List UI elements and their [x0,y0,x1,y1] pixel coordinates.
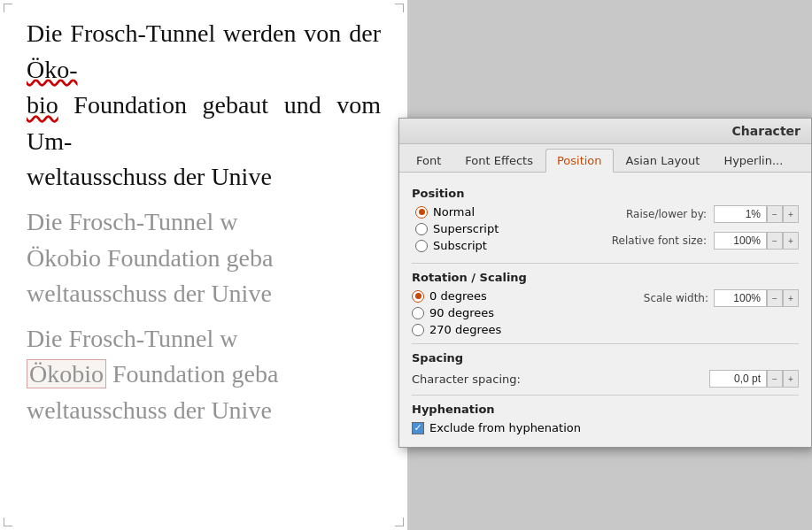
tab-font-effects[interactable]: Font Effects [453,149,545,173]
relative-font-row: Relative font size: − + [612,232,799,250]
relative-font-decrement[interactable]: − [767,232,783,250]
position-subscript-label: Subscript [433,239,487,252]
rotation-90-row[interactable]: 90 degrees [412,306,501,319]
raise-lower-decrement[interactable]: − [767,205,783,223]
rotation-270-label: 270 degrees [429,323,501,336]
tab-bar: Font Font Effects Position Asian Layout … [399,144,811,173]
scale-width-input[interactable] [714,289,767,307]
spacing-row: Character spacing: − + [412,370,799,388]
corner-mark-tl [4,4,12,12]
text-normal-1: Die Frosch-Tunnel werden von der [27,19,381,47]
exclude-hyphenation-label: Exclude from hyphenation [429,421,581,434]
relative-font-input[interactable] [714,232,767,250]
divider-1 [412,263,799,264]
raise-lower-increment[interactable]: + [783,205,799,223]
tab-asian-layout[interactable]: Asian Layout [615,149,712,173]
position-normal-label: Normal [433,205,475,219]
rotation-270-radio[interactable] [412,324,424,336]
divider-2 [412,343,799,344]
paragraph-2: Die Frosch-Tunnel w Ökobio Foundation ge… [27,204,381,312]
divider-3 [412,395,799,396]
position-section-title: Position [412,187,799,200]
relative-font-spinner: − + [714,232,799,250]
tab-hyperlink[interactable]: Hyperlin... [712,149,794,173]
char-spacing-spinner: − + [709,370,799,388]
rotation-section-title: Rotation / Scaling [412,271,799,284]
char-spacing-label: Character spacing: [412,373,709,386]
position-superscript-radio[interactable] [415,223,428,235]
position-normal-radio[interactable] [415,206,428,219]
char-spacing-input[interactable] [709,370,767,388]
exclude-hyphenation-checkbox[interactable] [412,422,424,434]
raise-lower-spinner: − + [714,205,799,223]
position-subscript-radio[interactable] [415,240,428,252]
dialog-body: Position Normal Superscript Subscript [399,173,811,447]
spacing-section-title: Spacing [412,351,799,365]
raise-lower-row: Raise/lower by: − + [612,205,799,223]
paragraph-1: Die Frosch-Tunnel werden von der Öko-bio… [27,16,381,196]
char-spacing-increment[interactable]: + [783,370,799,388]
rotation-radio-group: 0 degrees 90 degrees 270 degrees [412,289,501,336]
dialog-title-bar: Character [399,119,811,144]
tab-font[interactable]: Font [405,149,452,173]
position-subscript-row[interactable]: Subscript [415,239,499,252]
position-radio-group: Normal Superscript Subscript [415,205,499,252]
character-dialog: Character Font Font Effects Position Asi… [398,118,812,448]
hyphenation-checkbox-row[interactable]: Exclude from hyphenation [412,421,799,434]
scale-width-spinner: − + [714,289,799,307]
paragraph-3: Die Frosch-Tunnel w Ökobio Foundation ge… [27,321,381,429]
rotation-90-radio[interactable] [412,307,424,319]
position-content: Normal Superscript Subscript Raise/lower… [412,205,799,256]
raise-lower-input[interactable] [714,205,767,223]
rotation-270-row[interactable]: 270 degrees [412,323,501,336]
rotation-0-radio[interactable] [412,290,424,303]
corner-mark-br [395,518,404,526]
relative-font-increment[interactable]: + [783,232,799,250]
rotation-0-label: 0 degrees [429,289,487,303]
corner-mark-tr [395,4,404,12]
raise-lower-label: Raise/lower by: [612,208,714,220]
scale-width-container: Scale width: − + [635,289,799,307]
position-normal-row[interactable]: Normal [415,205,499,219]
char-spacing-decrement[interactable]: − [767,370,783,388]
corner-mark-bl [4,518,12,526]
hyphenation-section-title: Hyphenation [412,403,799,416]
scale-width-decrement[interactable]: − [767,289,783,307]
text-normal-2: Foundation gebaut und vom Um-weltausschu… [27,91,381,190]
scale-width-increment[interactable]: + [783,289,799,307]
rotation-90-label: 90 degrees [429,306,494,319]
tab-position[interactable]: Position [545,149,614,173]
text-highlighted: Ökobio [27,359,106,388]
dialog-title: Character [732,124,800,138]
document-text: Die Frosch-Tunnel werden von der Öko-bio… [27,16,381,429]
document-page: Die Frosch-Tunnel werden von der Öko-bio… [0,0,407,530]
relative-font-label: Relative font size: [612,234,714,247]
rotation-content: 0 degrees 90 degrees 270 degrees Scale w… [412,289,799,336]
position-superscript-row[interactable]: Superscript [415,222,499,235]
rotation-0-row[interactable]: 0 degrees [412,289,501,303]
position-values: Raise/lower by: − + Relative font size: … [612,205,799,256]
scale-width-label: Scale width: [644,292,708,304]
position-superscript-label: Superscript [433,222,499,235]
